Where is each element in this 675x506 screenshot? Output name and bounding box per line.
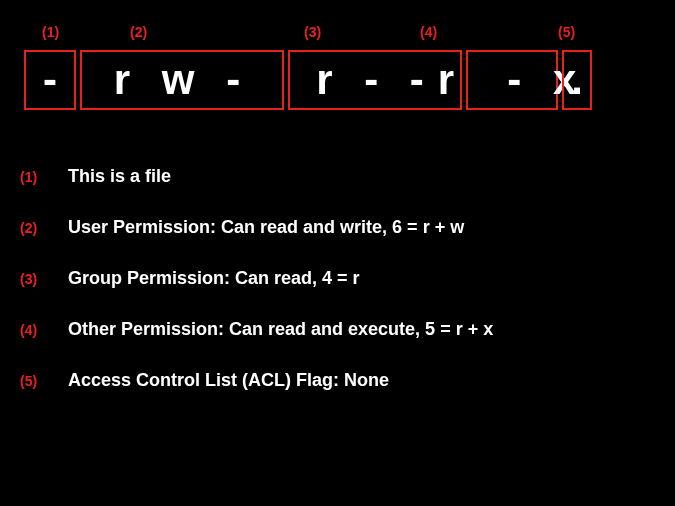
box-2-text: r w - [114,56,250,104]
label-4: (4) [420,24,437,40]
permission-boxes: - r w - r - - r - x . [24,50,592,110]
legend-row: (5) Access Control List (ACL) Flag: None [20,370,493,391]
box-group-perm: r - - [288,50,462,110]
legend-row: (1) This is a file [20,166,493,187]
legend-text-4: Other Permission: Can read and execute, … [68,319,493,340]
box-acl-flag: . [562,50,592,110]
box-5-text: . [571,56,583,104]
label-3: (3) [304,24,321,40]
box-1-text: - [43,56,57,104]
legend-num-4: (4) [20,322,68,338]
legend-text-1: This is a file [68,166,171,187]
legend-num-2: (2) [20,220,68,236]
box-3-text: r - - [316,56,434,104]
label-1: (1) [42,24,59,40]
top-labels-row: (1) (2) (3) (4) (5) [24,24,584,44]
label-2: (2) [130,24,147,40]
legend-row: (3) Group Permission: Can read, 4 = r [20,268,493,289]
legend-row: (4) Other Permission: Can read and execu… [20,319,493,340]
box-other-perm: r - x [466,50,558,110]
legend-list: (1) This is a file (2) User Permission: … [20,166,493,421]
legend-num-1: (1) [20,169,68,185]
box-user-perm: r w - [80,50,284,110]
box-file-type: - [24,50,76,110]
legend-text-3: Group Permission: Can read, 4 = r [68,268,360,289]
legend-num-3: (3) [20,271,68,287]
label-5: (5) [558,24,575,40]
legend-text-2: User Permission: Can read and write, 6 =… [68,217,464,238]
legend-text-5: Access Control List (ACL) Flag: None [68,370,389,391]
legend-row: (2) User Permission: Can read and write,… [20,217,493,238]
legend-num-5: (5) [20,373,68,389]
